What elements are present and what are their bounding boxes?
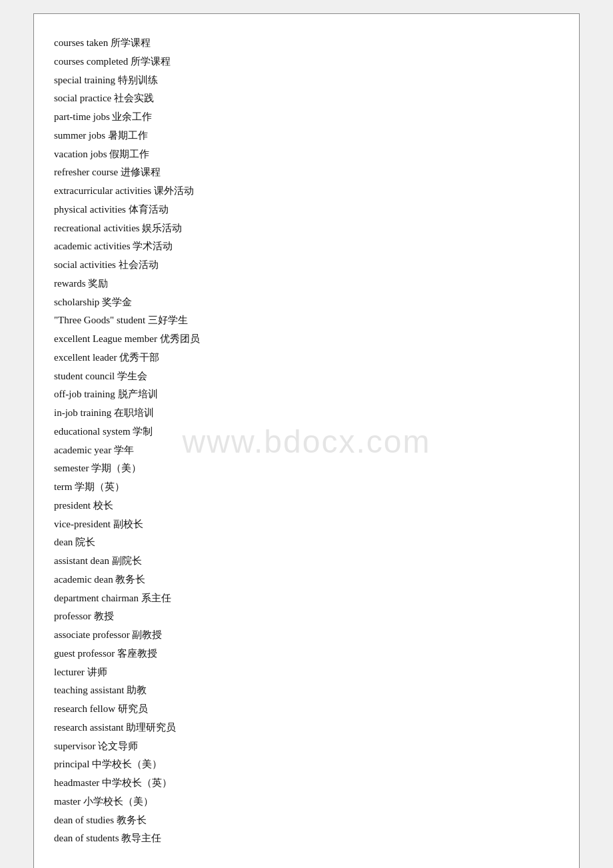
list-item: lecturer 讲师 (54, 663, 559, 682)
vocabulary-list: courses taken 所学课程courses completed 所学课程… (54, 34, 559, 848)
list-item: physical activities 体育活动 (54, 201, 559, 219)
list-item: president 校长 (54, 497, 559, 515)
list-item: vacation jobs 假期工作 (54, 145, 559, 164)
list-item: master 小学校长（美） (54, 793, 559, 811)
list-item: educational system 学制 (54, 423, 559, 441)
list-item: dean of students 教导主任 (54, 829, 559, 848)
list-item: assistant dean 副院长 (54, 552, 559, 571)
list-item: in-job training 在职培训 (54, 404, 559, 423)
list-item: social practice 社会实践 (54, 89, 559, 108)
list-item: headmaster 中学校长（英） (54, 774, 559, 793)
list-item: research fellow 研究员 (54, 700, 559, 719)
page-container: www.bdocx.com courses taken 所学课程courses … (33, 13, 580, 868)
list-item: term 学期（英） (54, 478, 559, 497)
list-item: excellent leader 优秀干部 (54, 349, 559, 367)
list-item: courses completed 所学课程 (54, 53, 559, 71)
list-item: dean 院长 (54, 533, 559, 552)
list-item: vice-president 副校长 (54, 515, 559, 534)
list-item: academic activities 学术活动 (54, 237, 559, 256)
list-item: semester 学期（美） (54, 459, 559, 478)
list-item: recreational activities 娱乐活动 (54, 219, 559, 238)
list-item: excellent League member 优秀团员 (54, 330, 559, 349)
list-item: research assistant 助理研究员 (54, 719, 559, 737)
list-item: dean of studies 教务长 (54, 811, 559, 830)
list-item: student council 学生会 (54, 367, 559, 386)
list-item: supervisor 论文导师 (54, 737, 559, 756)
list-item: scholarship 奖学金 (54, 293, 559, 312)
list-item: principal 中学校长（美） (54, 755, 559, 774)
list-item: courses taken 所学课程 (54, 34, 559, 53)
list-item: academic year 学年 (54, 441, 559, 460)
list-item: extracurricular activities 课外活动 (54, 182, 559, 201)
list-item: off-job training 脱产培训 (54, 385, 559, 404)
list-item: academic dean 教务长 (54, 571, 559, 589)
list-item: refresher course 进修课程 (54, 163, 559, 182)
list-item: teaching assistant 助教 (54, 681, 559, 700)
list-item: rewards 奖励 (54, 275, 559, 293)
list-item: "Three Goods" student 三好学生 (54, 311, 559, 330)
list-item: special training 特别训练 (54, 71, 559, 90)
list-item: part-time jobs 业余工作 (54, 108, 559, 127)
list-item: guest professor 客座教授 (54, 645, 559, 663)
list-item: department chairman 系主任 (54, 589, 559, 608)
list-item: associate professor 副教授 (54, 626, 559, 645)
list-item: professor 教授 (54, 607, 559, 626)
list-item: summer jobs 暑期工作 (54, 127, 559, 145)
list-item: social activities 社会活动 (54, 256, 559, 275)
